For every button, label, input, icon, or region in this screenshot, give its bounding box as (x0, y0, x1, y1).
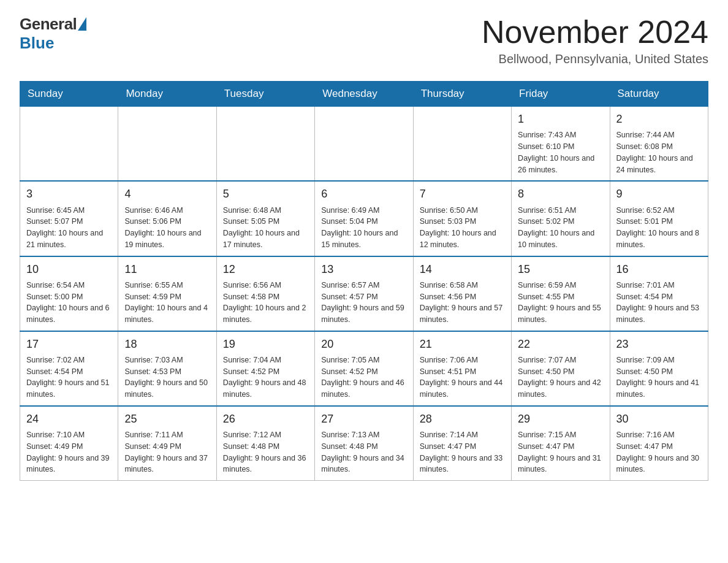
day-info: Sunrise: 7:06 AM Sunset: 4:51 PM Dayligh… (420, 354, 505, 400)
day-number: 26 (223, 412, 308, 427)
day-info: Sunrise: 6:46 AM Sunset: 5:06 PM Dayligh… (124, 205, 210, 251)
day-number: 25 (124, 412, 210, 427)
day-info: Sunrise: 7:03 AM Sunset: 4:53 PM Dayligh… (124, 354, 210, 400)
day-info: Sunrise: 6:48 AM Sunset: 5:05 PM Dayligh… (223, 205, 308, 251)
day-info: Sunrise: 7:13 AM Sunset: 4:48 PM Dayligh… (321, 429, 406, 475)
calendar-cell: 3Sunrise: 6:45 AM Sunset: 5:07 PM Daylig… (20, 181, 118, 256)
calendar-cell (413, 107, 511, 182)
day-of-week-header: Wednesday (315, 82, 413, 107)
day-number: 21 (420, 337, 505, 352)
day-number: 28 (420, 412, 505, 427)
day-info: Sunrise: 6:51 AM Sunset: 5:02 PM Dayligh… (518, 205, 603, 251)
day-info: Sunrise: 7:09 AM Sunset: 4:50 PM Dayligh… (616, 354, 702, 400)
calendar-week-row: 1Sunrise: 7:43 AM Sunset: 6:10 PM Daylig… (20, 107, 708, 182)
day-info: Sunrise: 6:45 AM Sunset: 5:07 PM Dayligh… (26, 205, 112, 251)
day-info: Sunrise: 7:04 AM Sunset: 4:52 PM Dayligh… (223, 354, 308, 400)
calendar-cell: 29Sunrise: 7:15 AM Sunset: 4:47 PM Dayli… (512, 406, 610, 481)
day-info: Sunrise: 6:57 AM Sunset: 4:57 PM Dayligh… (321, 280, 406, 326)
calendar-cell: 12Sunrise: 6:56 AM Sunset: 4:58 PM Dayli… (216, 256, 314, 331)
day-number: 7 (420, 186, 505, 202)
calendar-cell: 27Sunrise: 7:13 AM Sunset: 4:48 PM Dayli… (315, 406, 413, 481)
logo-blue-text: Blue (20, 34, 54, 53)
day-number: 19 (223, 337, 308, 352)
day-number: 24 (26, 412, 112, 427)
calendar-week-row: 17Sunrise: 7:02 AM Sunset: 4:54 PM Dayli… (20, 331, 708, 406)
day-number: 13 (321, 262, 406, 277)
day-info: Sunrise: 6:59 AM Sunset: 4:55 PM Dayligh… (518, 280, 603, 326)
day-number: 23 (616, 337, 702, 352)
day-number: 16 (616, 262, 702, 277)
day-number: 20 (321, 337, 406, 352)
day-info: Sunrise: 7:44 AM Sunset: 6:08 PM Dayligh… (616, 129, 702, 175)
calendar-cell (20, 107, 118, 182)
calendar-cell: 7Sunrise: 6:50 AM Sunset: 5:03 PM Daylig… (413, 181, 511, 256)
calendar-cell: 10Sunrise: 6:54 AM Sunset: 5:00 PM Dayli… (20, 256, 118, 331)
calendar-cell: 24Sunrise: 7:10 AM Sunset: 4:49 PM Dayli… (20, 406, 118, 481)
calendar-cell: 2Sunrise: 7:44 AM Sunset: 6:08 PM Daylig… (610, 107, 708, 182)
day-number: 29 (518, 412, 603, 427)
location-text: Bellwood, Pennsylvania, United States (482, 52, 708, 66)
calendar-cell: 14Sunrise: 6:58 AM Sunset: 4:56 PM Dayli… (413, 256, 511, 331)
day-number: 2 (616, 112, 702, 127)
day-info: Sunrise: 7:16 AM Sunset: 4:47 PM Dayligh… (616, 429, 702, 475)
day-of-week-header: Monday (118, 82, 216, 107)
day-info: Sunrise: 7:02 AM Sunset: 4:54 PM Dayligh… (26, 354, 112, 400)
day-number: 18 (124, 337, 210, 352)
day-info: Sunrise: 7:10 AM Sunset: 4:49 PM Dayligh… (26, 429, 112, 475)
calendar-week-row: 10Sunrise: 6:54 AM Sunset: 5:00 PM Dayli… (20, 256, 708, 331)
day-number: 11 (124, 262, 210, 277)
calendar-header-row: SundayMondayTuesdayWednesdayThursdayFrid… (20, 82, 708, 107)
logo: General Blue (20, 15, 86, 53)
calendar-cell (118, 107, 216, 182)
day-number: 30 (616, 412, 702, 427)
calendar-cell: 17Sunrise: 7:02 AM Sunset: 4:54 PM Dayli… (20, 331, 118, 406)
day-info: Sunrise: 6:55 AM Sunset: 4:59 PM Dayligh… (124, 280, 210, 326)
day-number: 10 (26, 262, 112, 277)
day-info: Sunrise: 6:56 AM Sunset: 4:58 PM Dayligh… (223, 280, 308, 326)
day-info: Sunrise: 7:11 AM Sunset: 4:49 PM Dayligh… (124, 429, 210, 475)
calendar-cell: 22Sunrise: 7:07 AM Sunset: 4:50 PM Dayli… (512, 331, 610, 406)
calendar-cell: 18Sunrise: 7:03 AM Sunset: 4:53 PM Dayli… (118, 331, 216, 406)
calendar-cell: 5Sunrise: 6:48 AM Sunset: 5:05 PM Daylig… (216, 181, 314, 256)
day-info: Sunrise: 7:05 AM Sunset: 4:52 PM Dayligh… (321, 354, 406, 400)
calendar-table: SundayMondayTuesdayWednesdayThursdayFrid… (20, 81, 708, 481)
title-section: November 2024 Bellwood, Pennsylvania, Un… (482, 15, 708, 66)
calendar-cell: 28Sunrise: 7:14 AM Sunset: 4:47 PM Dayli… (413, 406, 511, 481)
calendar-week-row: 3Sunrise: 6:45 AM Sunset: 5:07 PM Daylig… (20, 181, 708, 256)
day-of-week-header: Sunday (20, 82, 118, 107)
day-info: Sunrise: 7:07 AM Sunset: 4:50 PM Dayligh… (518, 354, 603, 400)
day-info: Sunrise: 7:14 AM Sunset: 4:47 PM Dayligh… (420, 429, 505, 475)
day-number: 4 (124, 186, 210, 202)
calendar-cell: 9Sunrise: 6:52 AM Sunset: 5:01 PM Daylig… (610, 181, 708, 256)
day-number: 3 (26, 186, 112, 202)
day-number: 12 (223, 262, 308, 277)
day-of-week-header: Friday (512, 82, 610, 107)
day-of-week-header: Saturday (610, 82, 708, 107)
day-number: 22 (518, 337, 603, 352)
day-info: Sunrise: 6:54 AM Sunset: 5:00 PM Dayligh… (26, 280, 112, 326)
day-info: Sunrise: 7:15 AM Sunset: 4:47 PM Dayligh… (518, 429, 603, 475)
day-info: Sunrise: 7:01 AM Sunset: 4:54 PM Dayligh… (616, 280, 702, 326)
calendar-cell (216, 107, 314, 182)
calendar-cell (315, 107, 413, 182)
day-info: Sunrise: 6:49 AM Sunset: 5:04 PM Dayligh… (321, 205, 406, 251)
calendar-cell: 20Sunrise: 7:05 AM Sunset: 4:52 PM Dayli… (315, 331, 413, 406)
day-number: 1 (518, 112, 603, 127)
day-number: 15 (518, 262, 603, 277)
calendar-cell: 15Sunrise: 6:59 AM Sunset: 4:55 PM Dayli… (512, 256, 610, 331)
calendar-cell: 1Sunrise: 7:43 AM Sunset: 6:10 PM Daylig… (512, 107, 610, 182)
calendar-cell: 16Sunrise: 7:01 AM Sunset: 4:54 PM Dayli… (610, 256, 708, 331)
month-title: November 2024 (482, 15, 708, 50)
calendar-cell: 13Sunrise: 6:57 AM Sunset: 4:57 PM Dayli… (315, 256, 413, 331)
day-number: 8 (518, 186, 603, 202)
day-number: 27 (321, 412, 406, 427)
calendar-cell: 6Sunrise: 6:49 AM Sunset: 5:04 PM Daylig… (315, 181, 413, 256)
calendar-cell: 25Sunrise: 7:11 AM Sunset: 4:49 PM Dayli… (118, 406, 216, 481)
calendar-cell: 8Sunrise: 6:51 AM Sunset: 5:02 PM Daylig… (512, 181, 610, 256)
calendar-cell: 4Sunrise: 6:46 AM Sunset: 5:06 PM Daylig… (118, 181, 216, 256)
day-number: 14 (420, 262, 505, 277)
day-info: Sunrise: 7:12 AM Sunset: 4:48 PM Dayligh… (223, 429, 308, 475)
logo-general-text: General (20, 15, 77, 34)
day-number: 6 (321, 186, 406, 202)
logo-triangle-icon (78, 17, 86, 31)
